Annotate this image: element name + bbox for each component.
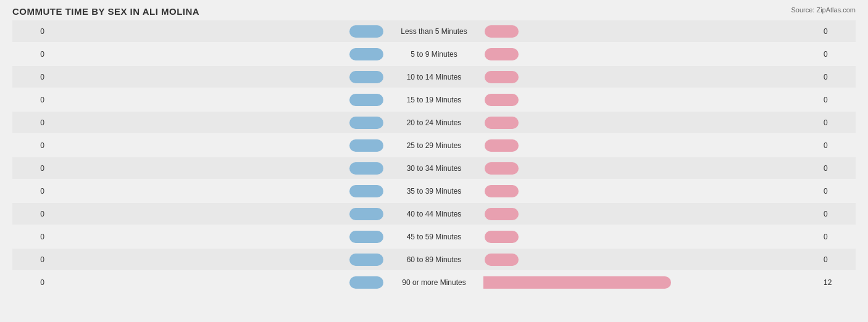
bar-row: 0 10 to 14 Minutes 0 xyxy=(12,66,856,88)
male-bar xyxy=(349,139,383,152)
female-bar-container xyxy=(483,71,819,83)
row-label: 60 to 89 Minutes xyxy=(385,255,483,264)
bar-row: 0 30 to 34 Minutes 0 xyxy=(12,157,856,179)
female-bar-container xyxy=(483,254,819,266)
row-label: 15 to 19 Minutes xyxy=(385,96,483,104)
bar-row: 0 35 to 39 Minutes 0 xyxy=(12,180,856,202)
right-value: 0 xyxy=(819,50,856,59)
bar-row: 0 40 to 44 Minutes 0 xyxy=(12,203,856,225)
male-bar-container xyxy=(49,231,385,243)
female-bar-container xyxy=(483,231,819,243)
female-bar xyxy=(485,208,519,220)
female-bar-container xyxy=(483,94,819,106)
bar-section: 10 to 14 Minutes xyxy=(49,71,819,83)
right-value: 12 xyxy=(819,278,856,287)
bar-section: 45 to 59 Minutes xyxy=(49,231,819,243)
row-label: 90 or more Minutes xyxy=(385,278,483,287)
left-value: 0 xyxy=(12,50,49,59)
female-bar xyxy=(485,48,519,60)
male-bar xyxy=(349,162,383,175)
male-bar-container xyxy=(49,139,385,152)
female-bar xyxy=(483,276,671,289)
bar-section: 25 to 29 Minutes xyxy=(49,139,819,152)
male-bar xyxy=(349,48,383,60)
row-label: 5 to 9 Minutes xyxy=(385,50,483,59)
bar-row: 0 15 to 19 Minutes 0 xyxy=(12,89,856,110)
male-bar xyxy=(349,231,383,243)
male-bar-container xyxy=(49,117,385,129)
left-value: 0 xyxy=(12,187,49,196)
female-bar-container xyxy=(483,117,819,129)
row-label: 30 to 34 Minutes xyxy=(385,164,483,173)
right-value: 0 xyxy=(819,96,856,104)
row-label: 45 to 59 Minutes xyxy=(385,233,483,241)
male-bar xyxy=(349,25,383,38)
left-value: 0 xyxy=(12,141,49,150)
bars-area: 0 Less than 5 Minutes 0 0 5 to 9 Minutes… xyxy=(12,20,856,279)
female-bar xyxy=(485,139,519,152)
male-bar-container xyxy=(49,185,385,197)
bar-row: 0 60 to 89 Minutes 0 xyxy=(12,249,856,270)
bar-section: 15 to 19 Minutes xyxy=(49,94,819,106)
right-value: 0 xyxy=(819,164,856,173)
bar-row: 0 Less than 5 Minutes 0 xyxy=(12,20,856,42)
bar-section: 90 or more Minutes xyxy=(49,276,819,289)
left-value: 0 xyxy=(12,233,49,241)
male-bar xyxy=(349,254,383,266)
bar-section: 35 to 39 Minutes xyxy=(49,185,819,197)
chart-container: COMMUTE TIME BY SEX IN ALI MOLINA Source… xyxy=(0,0,868,322)
row-label: 40 to 44 Minutes xyxy=(385,210,483,218)
right-value: 0 xyxy=(819,118,856,127)
left-value: 0 xyxy=(12,255,49,264)
left-value: 0 xyxy=(12,73,49,81)
male-bar xyxy=(349,276,383,289)
bar-row: 0 5 to 9 Minutes 0 xyxy=(12,43,856,65)
right-value: 0 xyxy=(819,27,856,36)
female-bar xyxy=(485,117,519,129)
female-bar-container xyxy=(483,208,819,220)
male-bar xyxy=(349,94,383,106)
female-bar xyxy=(485,94,519,106)
male-bar xyxy=(349,117,383,129)
female-bar-container xyxy=(483,162,819,175)
female-bar-container xyxy=(483,48,819,60)
female-bar xyxy=(485,185,519,197)
right-value: 0 xyxy=(819,73,856,81)
female-bar-container xyxy=(483,139,819,152)
chart-title: COMMUTE TIME BY SEX IN ALI MOLINA xyxy=(12,6,856,17)
female-bar xyxy=(485,254,519,266)
male-bar xyxy=(349,71,383,83)
bar-section: 20 to 24 Minutes xyxy=(49,117,819,129)
left-value: 0 xyxy=(12,27,49,36)
male-bar-container xyxy=(49,71,385,83)
right-value: 0 xyxy=(819,233,856,241)
male-bar xyxy=(349,208,383,220)
bar-row: 0 90 or more Minutes 12 xyxy=(12,271,856,293)
female-bar xyxy=(485,71,519,83)
right-value: 0 xyxy=(819,187,856,196)
bar-section: 60 to 89 Minutes xyxy=(49,254,819,266)
row-label: 20 to 24 Minutes xyxy=(385,118,483,127)
female-bar-container xyxy=(483,185,819,197)
bar-section: 30 to 34 Minutes xyxy=(49,162,819,175)
left-value: 0 xyxy=(12,210,49,218)
male-bar xyxy=(349,185,383,197)
male-bar-container xyxy=(49,254,385,266)
bar-section: 40 to 44 Minutes xyxy=(49,208,819,220)
bar-row: 0 25 to 29 Minutes 0 xyxy=(12,134,856,156)
right-value: 0 xyxy=(819,255,856,264)
male-bar-container xyxy=(49,162,385,175)
male-bar-container xyxy=(49,208,385,220)
row-label: Less than 5 Minutes xyxy=(385,27,483,36)
row-label: 10 to 14 Minutes xyxy=(385,73,483,81)
left-value: 0 xyxy=(12,118,49,127)
bar-section: Less than 5 Minutes xyxy=(49,25,819,38)
right-value: 0 xyxy=(819,210,856,218)
female-bar-container xyxy=(483,276,819,289)
left-value: 0 xyxy=(12,278,49,287)
source-text: Source: ZipAtlas.com xyxy=(791,6,856,14)
bar-row: 0 45 to 59 Minutes 0 xyxy=(12,226,856,247)
female-bar xyxy=(485,231,519,243)
bar-row: 0 20 to 24 Minutes 0 xyxy=(12,112,856,133)
female-bar xyxy=(485,162,519,175)
